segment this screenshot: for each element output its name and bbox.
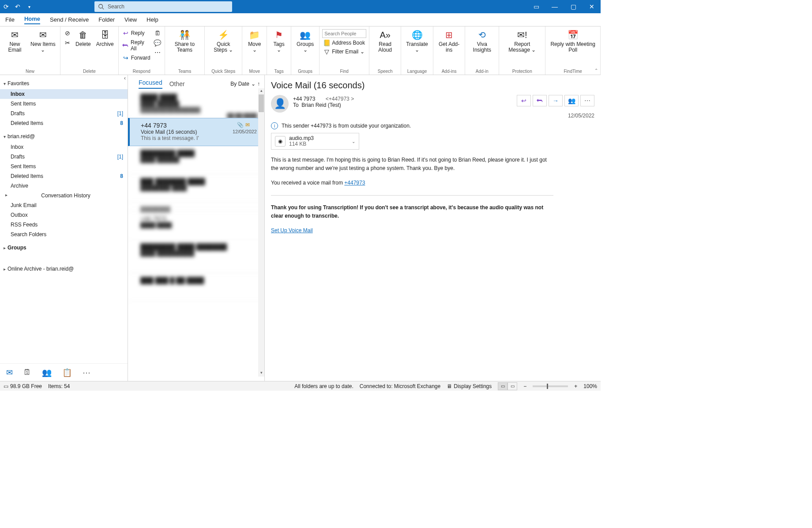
- move-button[interactable]: 📁Move ⌄: [245, 28, 264, 54]
- list-item[interactable]: ███ ███████ ████████████ ████: [128, 174, 264, 203]
- read-aloud-button[interactable]: A»Read Aloud: [372, 28, 398, 54]
- svg-point-0: [99, 4, 103, 8]
- ribbon-display-icon[interactable]: ▭: [530, 0, 542, 13]
- folder-item[interactable]: RSS Feeds: [0, 220, 128, 230]
- undo-icon[interactable]: ↶: [14, 3, 21, 10]
- folder-item[interactable]: Outbox: [0, 210, 128, 220]
- viva-insights-button[interactable]: ⟲Viva Insights: [468, 28, 496, 54]
- display-settings-button[interactable]: 🖥 Display Settings: [447, 383, 492, 389]
- tags-button[interactable]: ⚑Tags ⌄: [270, 28, 288, 54]
- list-item[interactable]: ████████ ████████ ██████: [128, 146, 264, 174]
- more-actions-icon[interactable]: ⋯: [580, 95, 594, 106]
- share-teams-button[interactable]: 🧑‍🤝‍🧑Share to Teams: [168, 28, 202, 54]
- zoom-in-icon[interactable]: +: [574, 383, 577, 389]
- quick-access-dropdown-icon[interactable]: ▾: [26, 3, 33, 10]
- meeting-button[interactable]: 🗓: [153, 29, 162, 37]
- report-message-button[interactable]: ✉!Report Message ⌄: [502, 28, 542, 54]
- archive-button[interactable]: 🗄Archive: [94, 28, 116, 48]
- forward-button[interactable]: ↪Forward: [121, 54, 151, 62]
- view-reading-icon[interactable]: ▭: [508, 382, 517, 390]
- scroll-down-icon[interactable]: ▾: [260, 370, 263, 377]
- scroll-up-icon[interactable]: ▴: [260, 88, 263, 94]
- chevron-down-icon[interactable]: ⌄: [352, 139, 355, 144]
- reply-button[interactable]: ↩Reply: [121, 29, 151, 37]
- delete-button[interactable]: 🗑Delete: [74, 28, 93, 48]
- more-respond-button[interactable]: ⋯: [153, 49, 162, 57]
- new-email-button[interactable]: ✉New Email: [3, 28, 27, 54]
- folder-item[interactable]: Sent Items: [0, 99, 128, 109]
- sync-icon[interactable]: ⟳: [3, 3, 10, 10]
- reading-body: This is a test message. I'm hoping this …: [271, 156, 553, 235]
- collapse-ribbon-icon[interactable]: ⌃: [594, 68, 598, 73]
- list-item[interactable]: +44 7973████ ████: [128, 211, 264, 240]
- menu-help[interactable]: Help: [147, 16, 158, 23]
- list-item[interactable]: ████████ ████ ███████████ ██████████: [128, 240, 264, 273]
- folder-item[interactable]: Drafts[1]: [0, 109, 128, 118]
- message-list[interactable]: ████ ████████ ██████████████████████ ██/…: [128, 90, 264, 381]
- menu-send-receive[interactable]: Send / Receive: [50, 16, 89, 23]
- folder-item[interactable]: ▸Conversation History: [0, 191, 128, 200]
- folder-item[interactable]: Inbox: [0, 89, 128, 99]
- chevron-down-icon: ⌄: [251, 81, 256, 87]
- zoom-slider[interactable]: [533, 385, 568, 387]
- mail-switch-icon[interactable]: ✉: [6, 368, 13, 377]
- meeting-icon: 🗓: [154, 30, 161, 37]
- more-switch-icon[interactable]: ⋯: [83, 368, 90, 377]
- setup-voicemail-link[interactable]: Set Up Voice Mail: [271, 227, 313, 234]
- view-normal-icon[interactable]: ▭: [498, 382, 508, 390]
- folder-item[interactable]: Drafts[1]: [0, 152, 128, 162]
- folder-item[interactable]: Junk Email: [0, 200, 128, 210]
- forward-icon[interactable]: →: [549, 95, 563, 106]
- people-switch-icon[interactable]: 👥: [42, 368, 52, 377]
- new-items-button[interactable]: ✉New Items ⌄: [29, 28, 57, 54]
- meeting-poll-button[interactable]: 📅Reply with Meeting Poll: [548, 28, 598, 54]
- groups-button[interactable]: 👥Groups ⌄: [294, 28, 316, 54]
- nav-collapse-icon[interactable]: ‹: [124, 75, 126, 81]
- minimize-icon[interactable]: —: [549, 0, 561, 13]
- folder-item[interactable]: Search Folders: [0, 230, 128, 239]
- folder-item[interactable]: Sent Items: [0, 162, 128, 171]
- folder-item[interactable]: Deleted Items8: [0, 118, 128, 128]
- online-archive-section[interactable]: ▸Online Archive - brian.reid@: [0, 263, 128, 275]
- list-item[interactable]: ████ ████████ ██████████████████████ ██/…: [128, 90, 264, 118]
- menu-folder[interactable]: Folder: [98, 16, 115, 23]
- get-addins-button[interactable]: ⊞Get Add-ins: [436, 28, 462, 54]
- maximize-icon[interactable]: ▢: [567, 0, 579, 13]
- list-item-selected[interactable]: 📎✉ +44 7973 Voice Mail (16 seconds)12/05…: [128, 118, 264, 146]
- folder-item[interactable]: Deleted Items8: [0, 171, 128, 181]
- menu-file[interactable]: File: [5, 16, 15, 23]
- menu-view[interactable]: View: [124, 16, 137, 23]
- reply-all-icon[interactable]: ⮪: [533, 95, 547, 106]
- ignore-button[interactable]: ⊘: [63, 29, 72, 37]
- favorites-section[interactable]: ▾Favorites: [0, 78, 128, 89]
- close-icon[interactable]: ✕: [586, 0, 598, 13]
- folder-item[interactable]: Inbox: [0, 142, 128, 152]
- filter-email-button[interactable]: ▽Filter Email ⌄: [322, 48, 366, 56]
- folder-item[interactable]: Archive: [0, 181, 128, 191]
- tab-other[interactable]: Other: [169, 80, 185, 87]
- tasks-switch-icon[interactable]: 📋: [62, 368, 72, 377]
- reply-icon[interactable]: ↩: [517, 95, 531, 106]
- phone-link[interactable]: +447973: [344, 180, 365, 186]
- search-people-input[interactable]: [322, 29, 366, 38]
- sort-button[interactable]: By Date ⌄ ↑: [230, 81, 260, 87]
- attachment[interactable]: ◉ audio.mp3114 KB ⌄: [271, 133, 359, 150]
- quick-steps-button[interactable]: ⚡Quick Steps ⌄: [207, 28, 239, 54]
- im-button[interactable]: 💬: [153, 39, 162, 47]
- account-section[interactable]: ▾brian.reid@: [0, 131, 128, 142]
- groups-section[interactable]: ▸Groups: [0, 242, 128, 253]
- teams-action-icon[interactable]: 👥: [564, 95, 579, 106]
- junk-button[interactable]: ✂: [63, 39, 72, 47]
- calendar-switch-icon[interactable]: 🗓: [23, 368, 31, 377]
- scroll-thumb[interactable]: [259, 94, 264, 112]
- zoom-out-icon[interactable]: −: [523, 383, 526, 389]
- list-item[interactable]: ████████: [128, 203, 264, 211]
- list-scrollbar[interactable]: ▴ ▾: [258, 88, 264, 377]
- list-item[interactable]: ███ ███ █ ██ ████: [128, 273, 264, 302]
- menu-home[interactable]: Home: [24, 15, 40, 24]
- reply-all-button[interactable]: ⮪Reply All: [121, 39, 151, 52]
- address-book-button[interactable]: 📒Address Book: [322, 39, 366, 47]
- translate-button[interactable]: 🌐Translate ⌄: [404, 28, 430, 54]
- tab-focused[interactable]: Focused: [139, 79, 162, 89]
- search-box[interactable]: Search: [94, 1, 232, 12]
